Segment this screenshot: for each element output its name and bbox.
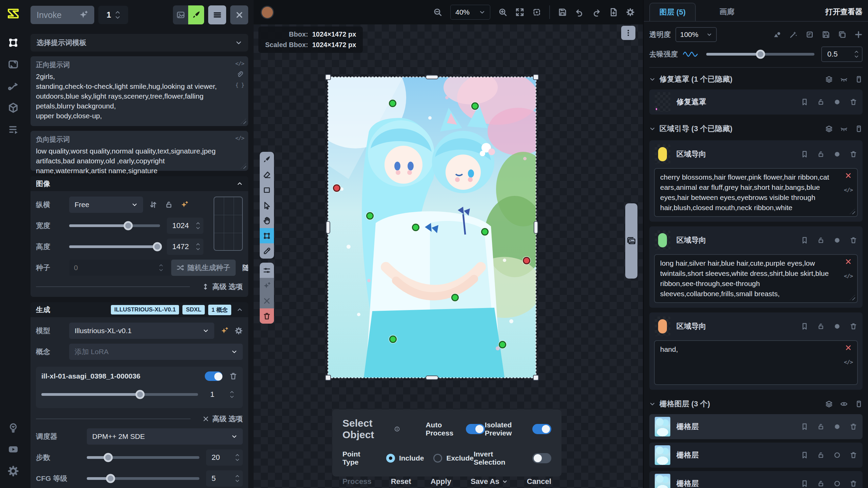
close-panel-button[interactable] bbox=[230, 5, 248, 24]
new-session-icon[interactable] bbox=[609, 8, 618, 17]
height-stepper[interactable] bbox=[196, 243, 200, 250]
chevron-up-icon[interactable] bbox=[237, 181, 243, 187]
transform-handle-n[interactable] bbox=[426, 75, 438, 79]
save-layer-icon[interactable] bbox=[822, 30, 830, 39]
include-point[interactable] bbox=[366, 212, 374, 220]
tab-layers[interactable]: 图层 (5) bbox=[649, 3, 696, 21]
transform-frame-icon[interactable] bbox=[806, 30, 814, 39]
panel-menu-button[interactable] bbox=[208, 5, 226, 24]
lock-icon[interactable] bbox=[817, 150, 825, 158]
include-point[interactable] bbox=[451, 294, 459, 301]
whats-new-icon[interactable] bbox=[5, 420, 21, 435]
cfg-stepper[interactable] bbox=[235, 475, 239, 482]
seed-input[interactable] bbox=[69, 260, 171, 276]
filter-wand-icon[interactable] bbox=[789, 30, 797, 39]
seed-stepper[interactable] bbox=[159, 264, 163, 271]
tool-settings-button[interactable] bbox=[260, 263, 274, 278]
enabled-indicator-icon[interactable] bbox=[833, 237, 841, 244]
enabled-indicator-icon[interactable] bbox=[833, 323, 841, 330]
eye-icon[interactable] bbox=[840, 400, 848, 408]
trash-icon[interactable] bbox=[850, 150, 857, 158]
reset-button[interactable]: Reset bbox=[391, 477, 411, 486]
steps-input[interactable]: 20 bbox=[206, 449, 243, 466]
gallery-drawer-toggle[interactable] bbox=[625, 203, 637, 279]
open-viewer-button[interactable]: 打开查看器 bbox=[825, 7, 863, 17]
width-stepper[interactable] bbox=[196, 222, 200, 229]
undo-icon[interactable] bbox=[575, 8, 584, 17]
lock-aspect-icon[interactable] bbox=[165, 201, 173, 209]
canvas-stage[interactable]: Bbox: 1024×1472 px Scaled Bbox: 1024×147… bbox=[254, 24, 643, 488]
negative-prompt-text[interactable]: low quality,worst quality,normal quality… bbox=[36, 146, 231, 176]
process-button[interactable]: Process bbox=[342, 477, 372, 486]
apply-filter-button[interactable] bbox=[260, 278, 274, 293]
eraser-tool[interactable] bbox=[260, 167, 274, 182]
duplicate-layer-icon[interactable] bbox=[838, 30, 846, 39]
aspect-ratio-select[interactable]: Free bbox=[69, 197, 143, 213]
inpaint-mask-group-header[interactable]: 修复遮罩 (1 个已隐藏) bbox=[649, 73, 863, 86]
lora-enabled-toggle[interactable] bbox=[205, 371, 222, 381]
random-seed-button[interactable]: 随机生成种子 bbox=[171, 260, 236, 276]
generation-advanced-options[interactable]: 高级 选项 bbox=[36, 414, 243, 424]
auto-process-toggle[interactable] bbox=[466, 424, 485, 434]
youtube-icon[interactable] bbox=[5, 442, 21, 457]
embedding-code-icon[interactable]: </> bbox=[844, 357, 853, 367]
include-point[interactable] bbox=[412, 224, 419, 231]
model-select[interactable]: Illustrious-XL-v0.1 bbox=[69, 323, 214, 339]
denoise-input[interactable]: 0.5 bbox=[821, 46, 863, 62]
transform-handle-nw[interactable] bbox=[325, 74, 331, 80]
width-slider[interactable] bbox=[69, 224, 160, 227]
trash-icon[interactable] bbox=[850, 451, 857, 459]
zoom-out-icon[interactable] bbox=[433, 8, 442, 17]
lora-weight-input[interactable]: 1 bbox=[205, 386, 237, 403]
eye-closed-icon[interactable] bbox=[840, 125, 848, 133]
redo-icon[interactable] bbox=[592, 8, 601, 17]
enabled-indicator-icon[interactable] bbox=[833, 98, 841, 106]
inpaint-mask-layer-card[interactable]: 修复遮罩 bbox=[649, 89, 863, 115]
bookmark-icon[interactable] bbox=[801, 98, 808, 106]
layers-stack-icon[interactable] bbox=[825, 76, 833, 83]
exclude-point[interactable] bbox=[333, 184, 340, 192]
cancel-filter-button[interactable] bbox=[260, 293, 274, 308]
pan-tool[interactable] bbox=[260, 213, 274, 228]
lock-icon[interactable] bbox=[817, 98, 825, 106]
trash-icon[interactable] bbox=[850, 98, 857, 106]
rectangle-tool[interactable] bbox=[260, 182, 274, 198]
include-radio[interactable] bbox=[386, 454, 395, 463]
zoom-level-select[interactable]: 40% bbox=[450, 5, 490, 20]
embedding-code-icon[interactable]: </> bbox=[235, 60, 244, 67]
denoise-slider[interactable] bbox=[706, 53, 814, 56]
viewer-mode-button[interactable] bbox=[173, 5, 188, 24]
transform-handle-se[interactable] bbox=[533, 375, 539, 381]
remove-prompt-icon[interactable] bbox=[845, 258, 852, 265]
merge-layers-icon[interactable] bbox=[773, 30, 781, 39]
select-object-tool[interactable] bbox=[260, 228, 274, 243]
width-input[interactable]: 1024 bbox=[167, 218, 203, 234]
bookmark-icon[interactable] bbox=[801, 451, 808, 459]
cfg-input[interactable]: 5 bbox=[206, 470, 243, 487]
bookmark-icon[interactable] bbox=[801, 323, 808, 330]
eye-closed-icon[interactable] bbox=[840, 76, 848, 83]
bookmark-icon[interactable] bbox=[801, 423, 808, 430]
raster-layer-card[interactable]: 栅格层 bbox=[649, 471, 863, 488]
panel-toggle-icon[interactable] bbox=[855, 400, 863, 408]
trash-icon[interactable] bbox=[850, 423, 857, 430]
brush-tool[interactable] bbox=[260, 152, 274, 167]
delete-layer-button[interactable] bbox=[260, 308, 274, 324]
embedding-code-icon[interactable]: </> bbox=[844, 271, 853, 281]
isolated-preview-toggle[interactable] bbox=[532, 424, 551, 434]
transform-handle-sw[interactable] bbox=[325, 375, 331, 381]
trash-icon[interactable] bbox=[229, 372, 237, 380]
resize-handle[interactable] bbox=[850, 209, 855, 214]
positive-prompt-text[interactable]: 2girls, standing,check-to-check,light sm… bbox=[36, 72, 231, 121]
model-settings-gear-icon[interactable] bbox=[235, 327, 243, 335]
transform-handle-w[interactable] bbox=[326, 221, 330, 234]
region-prompt-textarea[interactable]: long hair,silver hair,blue hair,cute,pur… bbox=[654, 254, 858, 303]
regional-guidance-card[interactable]: 区域导向 cherry blossoms,hair flower,pink fl… bbox=[649, 140, 863, 222]
tab-workflows[interactable] bbox=[5, 78, 21, 94]
tab-gallery[interactable]: 画廊 bbox=[719, 3, 734, 21]
batch-count-arrows[interactable] bbox=[115, 11, 120, 19]
opacity-select[interactable]: 100% bbox=[675, 27, 717, 42]
eyedropper-tool[interactable] bbox=[260, 243, 274, 259]
add-lora-select[interactable]: 添加 LoRA bbox=[69, 344, 243, 360]
disabled-indicator-icon[interactable] bbox=[833, 480, 841, 487]
